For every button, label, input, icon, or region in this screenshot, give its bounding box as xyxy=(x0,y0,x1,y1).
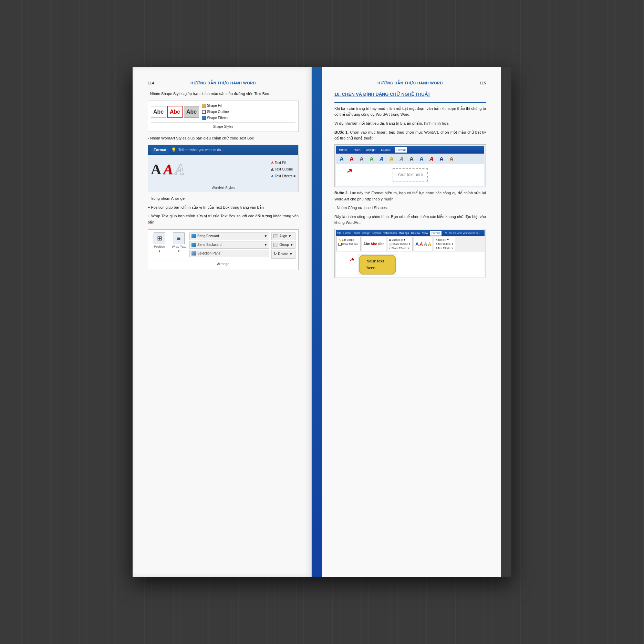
tab-design: Design xyxy=(365,147,377,153)
tab-layout: Layout xyxy=(380,147,392,153)
text-effects-icon: A xyxy=(271,173,274,179)
letter-a-outline: A xyxy=(175,158,185,181)
insert-shapes-group: ✏️ Edit Shape Draw Text Box xyxy=(336,237,361,251)
abc-box-1: Abc xyxy=(151,106,166,118)
text-options: A Text Fill A Text Outline A Text Effect… xyxy=(271,160,295,179)
abc-box-3: Abc xyxy=(184,106,199,118)
wordart-styles-group2: A A A A xyxy=(414,237,433,251)
bring-forward-btn[interactable]: Bring Forward ▼ xyxy=(189,232,269,240)
rtab-file: File xyxy=(337,231,341,236)
word-canvas-area: Your text here. xyxy=(359,254,396,275)
wa-a8: A xyxy=(407,155,416,163)
selection-pane-btn[interactable]: Selection Pane xyxy=(189,250,269,257)
insert-desc: Đây là nhóm công cụ chèn hình. Bạn có th… xyxy=(334,214,486,226)
your-text-box-1: Your text here xyxy=(393,168,428,181)
send-backward-btn[interactable]: Send Backward ▼ xyxy=(189,241,269,249)
shape-fill-icon xyxy=(202,104,206,108)
format-ribbon-content: ✏️ Edit Shape Draw Text Box Abc Abc Abc xyxy=(336,236,485,252)
wa-a9: A xyxy=(417,155,426,163)
shape-outline-item: Shape Outline xyxy=(202,109,229,115)
abc-box-2: Abc xyxy=(167,106,183,118)
wa-a7: A xyxy=(397,155,406,163)
align-btn[interactable]: Align ▼ xyxy=(271,232,295,240)
s-outline: ⬜ Shape Outline ▼ xyxy=(389,242,411,246)
wordart-gallery-screenshot: Home Insert Design Layout Format A A A A… xyxy=(334,144,486,187)
wordart-text-here: Your text here. xyxy=(359,255,396,275)
book-spine xyxy=(312,67,322,577)
shape-styles-panel: Abc Abc Abc Shape Fill xyxy=(148,101,299,132)
wordart-header: Format 💡 Tell me what you want to do... xyxy=(148,145,298,155)
t-outline: A Text Outline ▼ xyxy=(436,242,454,246)
shape-styles-desc: - Nhóm Shape Styles giúp bạn chỉnh màu s… xyxy=(148,91,299,97)
wrap-text-arrow: ▼ xyxy=(177,249,180,254)
wordart-styles-panel: Format 💡 Tell me what you want to do... … xyxy=(148,145,299,192)
abc-s3: Abc xyxy=(378,241,384,247)
s-effects: ✦ Shape Effects ▼ xyxy=(389,246,411,250)
t-fill: A Text Fill ▼ xyxy=(436,238,454,242)
group-icon xyxy=(273,243,278,247)
rotate-icon: ↻ xyxy=(273,251,277,257)
tab-format-active: Format xyxy=(395,147,407,153)
wa-a2: A xyxy=(347,155,356,163)
insert-shapes-icons: ✏️ Edit Shape xyxy=(338,238,359,242)
page-number-left: 114 xyxy=(148,81,154,85)
ribbon-bar-1: Home Insert Design Layout Format xyxy=(336,146,484,154)
text-options-group2: A Text Fill ▼ A Text Outline ▼ A Text Ef… xyxy=(434,237,455,251)
shape-styles-label: Shape Styles xyxy=(151,122,295,129)
group-arrow: ▼ xyxy=(290,242,293,248)
draw-text-box-row: Draw Text Box xyxy=(338,242,359,246)
wa-a3: A xyxy=(357,155,366,163)
letter-a-red: A xyxy=(163,158,173,181)
right-page: HƯỚNG DẪN THỰC HÀNH WORD 115 10. CHÈN VÀ… xyxy=(322,67,501,577)
wordart-letters-row: A A A A Text Fill A Text Outline A xyxy=(148,155,298,184)
wa-a11: A xyxy=(437,155,446,163)
rtab-layout: Layout xyxy=(372,231,381,236)
wa-letter2: A xyxy=(419,240,423,248)
format-tab-label: Format xyxy=(151,146,169,154)
shape-effects-item: Shape Effects xyxy=(202,115,229,121)
position-button: ⊞ Position ▼ xyxy=(151,232,168,253)
text-fill-icon: A xyxy=(271,160,274,166)
position-label: Position xyxy=(154,244,165,249)
shape-outline-icon xyxy=(202,110,206,114)
text-outline-row: A Text Outline xyxy=(271,167,295,173)
position-icon: ⊞ xyxy=(154,232,165,244)
abc-s1: Abc xyxy=(363,241,370,247)
arrange-label: Arrange xyxy=(151,260,295,267)
right-page-body: 10. CHÈN VÀ ĐỊNH DẠNG CHỮ NGHỆ THUẬT Khi… xyxy=(334,91,486,278)
format-screenshot: File Home Insert Design Layout Reference… xyxy=(334,229,486,279)
wrap-text-text: + Wrap Text giúp bạn chỉnh sửa vị trí củ… xyxy=(148,213,299,225)
page-number-right: 115 xyxy=(480,81,486,85)
position-text: + Position giúp bạn chỉnh sửa vị trí của… xyxy=(148,205,299,211)
tell-me-label: Tell me what you want to do... xyxy=(178,147,224,153)
rtab-home: Home xyxy=(343,231,351,236)
tell-me-mini: 🔍 Tell me what you want to do... xyxy=(445,231,480,235)
group-btn[interactable]: Group ▼ xyxy=(271,241,295,249)
wa-a1: A xyxy=(337,155,346,163)
t-effects: A Text Effects ▼ xyxy=(436,246,454,250)
shape-styles-group2: Abc Abc Abc xyxy=(362,237,386,251)
wa-a4: A xyxy=(367,155,376,163)
rtab-design: Design xyxy=(362,231,370,236)
align-group-rotate: Align ▼ Group ▼ ↻ Rotate ▼ xyxy=(271,232,295,258)
edit-shape-icon: ✏️ xyxy=(338,238,341,242)
wordart-styles-desc: - Nhóm WordArt Styles giúp bạn điều chỉn… xyxy=(148,135,299,142)
shape-options-group: ▣ Shape Fill ▼ ⬜ Shape Outline ▼ ✦ Shape… xyxy=(387,237,413,251)
rtab-review: Review xyxy=(411,231,420,236)
shape-effects-icon xyxy=(202,116,206,120)
rotate-btn[interactable]: ↻ Rotate ▼ xyxy=(271,250,295,258)
tab-home: Home xyxy=(337,147,349,153)
edit-shape-label: Edit Shape xyxy=(342,238,354,242)
your-text-area: ➜ Your text here xyxy=(336,164,484,186)
book: 114 HƯỚNG DẪN THỰC HÀNH WORD - Nhóm Shap… xyxy=(133,67,511,577)
bring-forward-icon xyxy=(191,234,196,238)
section-title: 10. CHÈN VÀ ĐỊNH DẠNG CHỮ NGHỆ THUẬT xyxy=(334,91,486,98)
wa-letter3: A xyxy=(424,240,427,248)
shape-menu: Shape Fill Shape Outline Shape Effects xyxy=(202,103,229,121)
rotate-arrow: ▼ xyxy=(289,251,293,257)
text-fill-row: A Text Fill xyxy=(271,160,295,166)
arrow-1: ➜ xyxy=(344,164,355,177)
text-outline-icon: A xyxy=(271,167,274,173)
tab-insert: Insert xyxy=(351,147,362,153)
text-effects-row: A Text Effects = xyxy=(271,173,295,179)
